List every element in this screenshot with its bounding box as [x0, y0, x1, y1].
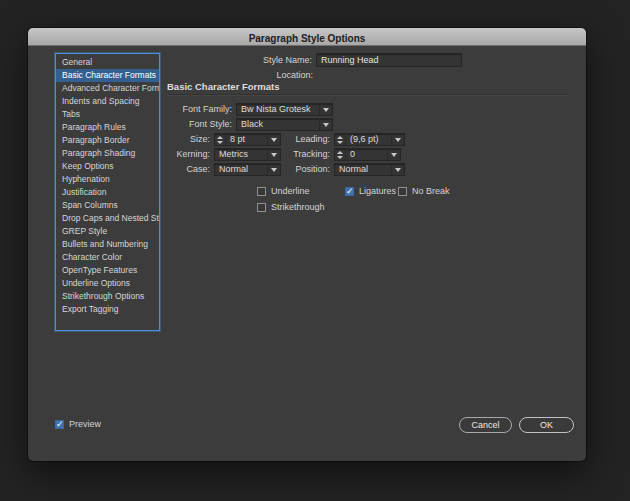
- preview-checkbox[interactable]: ✓: [55, 420, 64, 429]
- font-family-select[interactable]: Bw Nista Grotesk: [236, 103, 333, 116]
- dialog-title: Paragraph Style Options: [249, 33, 366, 44]
- underline-option: ✓ Underline: [257, 186, 310, 196]
- strikethrough-option: ✓ Strikethrough: [257, 202, 325, 212]
- position-value: Normal: [335, 164, 391, 175]
- position-label: Position:: [250, 163, 330, 176]
- sidebar-item-general[interactable]: General: [56, 56, 159, 69]
- size-stepper[interactable]: [215, 134, 226, 145]
- sidebar-item-grep-style[interactable]: GREP Style: [56, 225, 159, 238]
- style-name-input[interactable]: [316, 53, 462, 67]
- ligatures-checkbox[interactable]: ✓: [345, 187, 354, 196]
- font-family-value: Bw Nista Grotesk: [237, 104, 319, 115]
- ligatures-checkbox-label: Ligatures: [359, 186, 396, 196]
- sidebar-item-strikethrough-options[interactable]: Strikethrough Options: [56, 290, 159, 303]
- font-family-label: Font Family:: [132, 103, 232, 116]
- dialog-titlebar[interactable]: Paragraph Style Options: [28, 28, 586, 46]
- sidebar-item-opentype-features[interactable]: OpenType Features: [56, 264, 159, 277]
- paragraph-style-options-dialog: Paragraph Style Options General Basic Ch…: [28, 28, 586, 461]
- size-label: Size:: [130, 133, 210, 146]
- ok-button[interactable]: OK: [519, 417, 574, 433]
- kerning-label: Kerning:: [130, 148, 210, 161]
- font-style-select[interactable]: Black: [236, 118, 333, 131]
- leading-combo[interactable]: (9,6 pt): [334, 133, 405, 146]
- chevron-down-icon: [319, 119, 332, 130]
- sidebar-item-justification[interactable]: Justification: [56, 186, 159, 199]
- sidebar-item-underline-options[interactable]: Underline Options: [56, 277, 159, 290]
- preview-option: ✓ Preview: [55, 419, 101, 429]
- position-select[interactable]: Normal: [334, 163, 405, 176]
- section-divider: [167, 94, 570, 95]
- tracking-label: Tracking:: [250, 148, 330, 161]
- sidebar-item-bullets-and-numbering[interactable]: Bullets and Numbering: [56, 238, 159, 251]
- chevron-down-icon: [387, 149, 400, 160]
- settings-category-list: General Basic Character Formats Advanced…: [55, 53, 160, 331]
- chevron-down-icon: [391, 164, 404, 175]
- ligatures-option: ✓ Ligatures: [345, 186, 396, 196]
- check-icon: ✓: [56, 419, 64, 429]
- sidebar-item-advanced-character-formats[interactable]: Advanced Character Formats: [56, 82, 159, 95]
- underline-checkbox-label: Underline: [271, 186, 310, 196]
- leading-label: Leading:: [250, 133, 330, 146]
- leading-stepper[interactable]: [335, 134, 346, 145]
- strikethrough-checkbox[interactable]: ✓: [257, 203, 266, 212]
- font-style-value: Black: [237, 119, 319, 130]
- sidebar-item-span-columns[interactable]: Span Columns: [56, 199, 159, 212]
- tracking-combo[interactable]: 0: [334, 148, 401, 161]
- section-title: Basic Character Formats: [167, 81, 279, 92]
- desktop-background: Paragraph Style Options General Basic Ch…: [0, 0, 630, 501]
- no-break-checkbox-label: No Break: [412, 186, 450, 196]
- case-label: Case:: [130, 163, 210, 176]
- tracking-value: 0: [346, 149, 387, 160]
- strikethrough-checkbox-label: Strikethrough: [271, 202, 325, 212]
- leading-value: (9,6 pt): [346, 134, 391, 145]
- preview-checkbox-label: Preview: [69, 419, 101, 429]
- sidebar-item-basic-character-formats[interactable]: Basic Character Formats: [56, 69, 159, 82]
- no-break-checkbox[interactable]: ✓: [398, 187, 407, 196]
- tracking-stepper[interactable]: [335, 149, 346, 160]
- no-break-option: ✓ No Break: [398, 186, 450, 196]
- dialog-body: General Basic Character Formats Advanced…: [28, 46, 586, 461]
- sidebar-item-character-color[interactable]: Character Color: [56, 251, 159, 264]
- sidebar-item-drop-caps-and-nested-styles[interactable]: Drop Caps and Nested Styles: [56, 212, 159, 225]
- font-style-label: Font Style:: [132, 118, 232, 131]
- underline-checkbox[interactable]: ✓: [257, 187, 266, 196]
- cancel-button[interactable]: Cancel: [459, 417, 512, 433]
- chevron-down-icon: [319, 104, 332, 115]
- check-icon: ✓: [346, 186, 354, 196]
- style-name-label: Style Name:: [178, 54, 312, 67]
- sidebar-item-export-tagging[interactable]: Export Tagging: [56, 303, 159, 316]
- chevron-down-icon: [391, 134, 404, 145]
